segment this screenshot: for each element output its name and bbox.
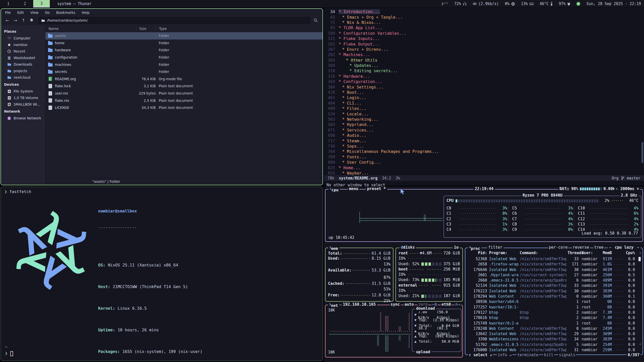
process-row[interactable]: 2658 .firefox-wrappe /nix/store/sm8fmrf3…	[467, 262, 635, 267]
process-cpu-graph	[613, 301, 623, 303]
file-row[interactable]: LICENSE 34,3 KiB Plain text document	[46, 104, 323, 111]
mem-graph	[328, 287, 379, 292]
file-row[interactable]: assets Folder	[46, 32, 323, 39]
per-core-toggle[interactable]: per-core	[548, 245, 569, 250]
file-row[interactable]: configuration Folder	[46, 54, 323, 61]
menu-item[interactable]: Bookmarks	[56, 11, 75, 15]
tray-status[interactable]	[576, 2, 580, 6]
sidebar-item-wastebasket[interactable]: Wastebasket	[1, 55, 45, 61]
process-row[interactable]: 178616 btop btop 2 nambiar 7.4M 0.0	[467, 315, 635, 321]
header-pid[interactable]: Pid:	[467, 250, 487, 256]
file-row[interactable]: machines Folder	[46, 61, 323, 68]
select-control[interactable]: ↑ select ↓	[468, 352, 493, 358]
header-cpu[interactable]: Cpu%	[624, 250, 635, 256]
process-row[interactable]: 178248 Web Content /nix/store/sm8fmrf3wp…	[467, 326, 635, 331]
core-graph	[524, 218, 562, 220]
process-row[interactable]: 176223 Isolated Web Co /nix/store/sm8fmr…	[467, 289, 635, 294]
sidebar-item-browse-network[interactable]: Browse Network	[1, 115, 45, 121]
process-row[interactable]: 2660 .emacs-31.0.50- /nix/store/wnqz5pa8…	[467, 278, 635, 283]
file-row[interactable]: home Folder	[46, 39, 323, 47]
sidebar-item-projects[interactable]: projects	[1, 68, 45, 74]
header-program[interactable]: Program:	[488, 250, 519, 256]
menu-item[interactable]: Help	[82, 11, 90, 15]
tree-toggle[interactable]: tree	[593, 245, 604, 250]
sidebar-item-home[interactable]: nambiar	[1, 41, 45, 48]
column-header-size[interactable]: Size	[136, 25, 156, 32]
sidebar-item-smallbox[interactable]: SMALLBOX Wi...	[1, 101, 45, 108]
sidebar-item-recent[interactable]: Recent	[1, 48, 45, 55]
proc-filter[interactable]: filter	[487, 245, 504, 250]
battery-status: BAT○ 98%0.00W	[558, 186, 616, 192]
sort-selector[interactable]: ← cpu lazy →	[608, 245, 640, 250]
forward-button[interactable]: →	[12, 18, 19, 23]
process-row[interactable]: 176646 Isolated Web Co /nix/store/sm8fmr…	[467, 267, 635, 273]
battery-module: 97%	[559, 2, 570, 6]
workspace-button[interactable]: 3	[33, 0, 50, 8]
sidebar-item-file-system[interactable]: File System	[1, 88, 45, 95]
process-row[interactable]: 3390 WebExtensions /nix/store/sm8fmrf3wp…	[467, 337, 635, 342]
net-auto-toggle[interactable]: auto	[404, 302, 415, 307]
cpu-tab[interactable]: 1cpu	[329, 186, 340, 193]
process-row[interactable]: 52134 Isolated Web Co /nix/store/sm8fmrf…	[467, 283, 635, 288]
search-button[interactable]	[312, 18, 319, 22]
process-row[interactable]: 177257 kworker/10:1-mm_ 1 root 0B 0.0	[467, 305, 635, 310]
workspace-button[interactable]: 2	[17, 0, 33, 8]
process-row[interactable]: 38936 kworker/u64:6-kc 1 root 0B 0.0	[467, 299, 635, 304]
reverse-toggle[interactable]: reverse	[572, 245, 590, 250]
sidebar-item-downloads[interactable]: Downloads	[1, 61, 45, 68]
proc-scrollbar[interactable]	[638, 257, 641, 261]
file-row[interactable]: user.nix 229 bytes Plain text document	[46, 90, 323, 97]
scroll-down-indicator[interactable]: ↓	[639, 341, 641, 346]
scroll-up-indicator[interactable]: ↑	[639, 250, 641, 256]
process-row[interactable]: 13642 Isolated Web Co /nix/store/sm8fmrf…	[467, 331, 635, 337]
terminal-window[interactable]: ❯ fastfetch λλλλλλ nambiar@smallbox ----…	[1, 187, 323, 361]
file-row[interactable]: README.org 76,4 KiB Org-mode file	[46, 75, 323, 83]
net-sync-toggle[interactable]: sync	[390, 302, 400, 307]
menu-item[interactable]: File	[5, 11, 11, 15]
home-button[interactable]	[28, 18, 35, 23]
info-control[interactable]: info ↵	[497, 352, 512, 358]
header-memb[interactable]: MemB	[597, 250, 612, 256]
net-stat-row: ▲10.2 KiB/s(82.1 Kibps)	[414, 328, 459, 334]
update-interval[interactable]: - 2000ms +	[614, 186, 640, 192]
disks-tab[interactable]: ddisks	[399, 245, 416, 250]
emacs-window[interactable]: 34 * Introduction... 65 * Emacs + Org + …	[324, 8, 644, 186]
menu-button[interactable]: menu	[348, 186, 359, 192]
header-user[interactable]: User:	[580, 250, 596, 256]
column-header-type[interactable]: Type	[156, 25, 323, 32]
file-row[interactable]: flake.nix 2,5 KiB Plain text document	[46, 97, 323, 104]
emacs-scrollbar[interactable]	[641, 142, 643, 163]
process-row[interactable]: 175749 kworker/6:2-even 1 root 0B 0.0	[467, 321, 635, 326]
workspace-button[interactable]: 1	[0, 0, 17, 8]
path-bar[interactable]: /home/nambiar/system/	[39, 17, 310, 24]
menu-item[interactable]: Edit	[17, 11, 24, 15]
header-threads[interactable]: Threads:	[568, 250, 579, 256]
signals-control[interactable]: signals	[558, 352, 576, 358]
column-header-name[interactable]: Name	[46, 25, 136, 32]
menu-item[interactable]: View	[30, 11, 38, 15]
process-row[interactable]: 51762 .emacs-31.0.50- /nix/store/wnqz5pa…	[467, 342, 635, 347]
file-row[interactable]: hardware Folder	[46, 47, 323, 54]
shell-prompt[interactable]: ❯	[5, 351, 13, 356]
process-row[interactable]: 2601 .Hyprland-wrapp /run/current-system…	[467, 273, 635, 278]
mem-tab[interactable]: 2mem	[328, 245, 339, 251]
net-next-iface[interactable]: n→	[455, 302, 461, 307]
menu-item[interactable]: Go	[45, 11, 50, 15]
process-row[interactable]: 52368 Isolated Web Co /nix/store/sm8fmrf…	[467, 256, 635, 262]
sidebar-item-nextcloud[interactable]: nextcloud	[1, 74, 45, 81]
process-row[interactable]: 178294 Web Content /nix/store/sm8fmrf3wp…	[467, 294, 635, 299]
up-button[interactable]: ↑	[20, 18, 27, 23]
kill-control[interactable]: kill	[543, 352, 554, 358]
org-heading-text: * Hardware...	[339, 74, 370, 79]
header-command[interactable]: Command:	[520, 250, 567, 256]
process-row[interactable]: 176000 Isolated Web Co /nix/store/sm8fmr…	[467, 347, 635, 353]
terminate-control[interactable]: terminate	[516, 352, 539, 358]
file-row[interactable]: flake.lock 3,1 KiB Plain text document	[46, 82, 323, 90]
back-button[interactable]: ←	[4, 18, 11, 23]
sidebar-item-computer[interactable]: Computer	[1, 35, 45, 41]
io-toggle[interactable]: io	[453, 245, 460, 250]
sidebar-item-volume[interactable]: 1,0 TB Volume	[1, 95, 45, 101]
preset-button[interactable]: preset *	[366, 186, 387, 192]
file-row[interactable]: secrets Folder	[46, 68, 323, 75]
process-row[interactable]: 179127 btop btop 2 nambiar 7.3M 0.0	[467, 310, 635, 315]
